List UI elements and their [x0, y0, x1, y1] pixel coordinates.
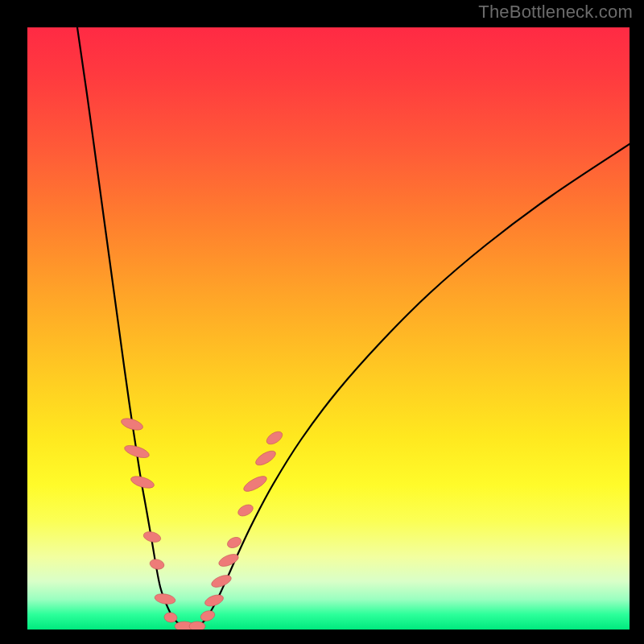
- curve-left-curve: [77, 27, 180, 625]
- watermark-text: TheBottleneck.com: [478, 2, 633, 23]
- data-marker: [142, 530, 162, 543]
- data-marker: [210, 573, 233, 590]
- data-marker: [242, 473, 269, 494]
- data-marker: [149, 558, 165, 571]
- data-marker: [154, 592, 176, 605]
- data-marker: [254, 448, 278, 469]
- chart-frame: TheBottleneck.com: [0, 0, 644, 644]
- data-marker: [189, 621, 205, 630]
- data-marker: [236, 502, 254, 518]
- data-marker: [200, 609, 217, 623]
- curve-right-curve: [200, 144, 630, 625]
- data-marker: [217, 551, 241, 568]
- plot-area: [27, 27, 630, 630]
- data-marker: [265, 429, 285, 447]
- curve-layer: [27, 27, 630, 630]
